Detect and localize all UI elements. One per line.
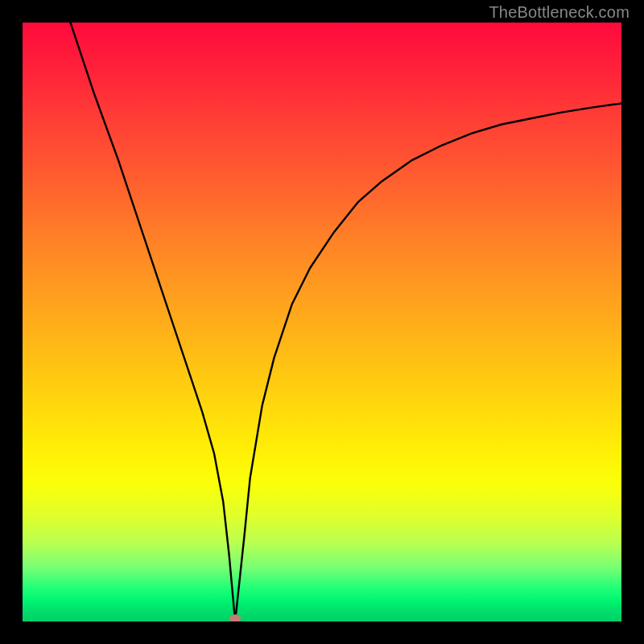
bottleneck-curve	[71, 23, 621, 621]
watermark-text: TheBottleneck.com	[489, 3, 630, 22]
optimal-point-marker	[229, 614, 241, 621]
curve-layer	[23, 23, 621, 621]
chart-plot-area	[23, 23, 621, 621]
